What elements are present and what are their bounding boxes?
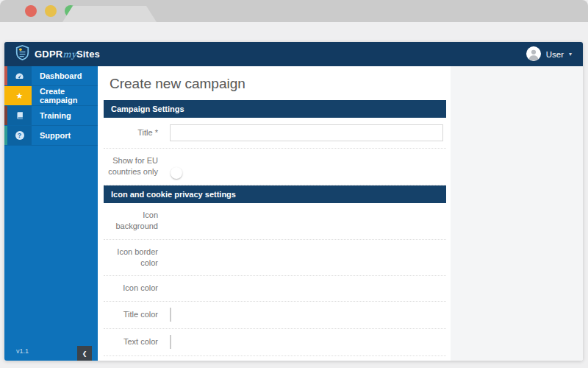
sidebar-item-create-campaign[interactable]: ★ Create campaign	[4, 86, 98, 106]
user-menu[interactable]: User ▾	[526, 46, 572, 63]
star-icon: ★	[7, 86, 32, 105]
title-input[interactable]	[170, 124, 443, 141]
close-window-icon[interactable]	[25, 5, 37, 17]
minimize-window-icon[interactable]	[45, 5, 57, 17]
avatar	[526, 46, 541, 63]
chevron-down-icon: ▾	[569, 51, 572, 57]
user-label: User	[546, 50, 564, 59]
sidebar-item-label: Dashboard	[32, 66, 98, 85]
color-row-label: Text color	[104, 336, 167, 347]
dashboard-icon	[7, 66, 32, 85]
eu-toggle-row: Show for EU countries only	[104, 149, 446, 185]
app-window: GDPRmySites User ▾	[4, 42, 583, 361]
color-row-icon-border-color: Icon border color	[104, 240, 446, 277]
sidebar: Dashboard ★ Create campaign Training	[4, 66, 98, 361]
eu-toggle-label: Show for EU countries only	[104, 155, 167, 178]
color-row-label: Title color	[104, 309, 167, 320]
color-row-icon-color: Icon color	[104, 276, 446, 301]
section-header-campaign-settings: Campaign Settings	[104, 100, 446, 118]
color-row-label: Icon border color	[104, 247, 167, 269]
app-body: Dashboard ★ Create campaign Training	[4, 66, 583, 361]
sidebar-item-dashboard[interactable]: Dashboard	[4, 66, 98, 86]
color-row-label: Icon background	[104, 210, 167, 233]
main-content: Create new campaign Campaign Settings Ti…	[98, 66, 583, 361]
title-field-label: Title *	[104, 127, 167, 138]
browser-tab[interactable]	[62, 6, 157, 22]
version-label: v1.1	[16, 347, 29, 355]
page-title: Create new campaign	[98, 66, 451, 100]
text-color-swatch[interactable]	[170, 335, 171, 349]
title-field-row: Title *	[104, 118, 446, 149]
sidebar-collapse-button[interactable]: ❮	[77, 346, 92, 361]
color-row-text-color: Text color	[104, 329, 446, 356]
question-icon: ?	[7, 126, 32, 145]
sidebar-item-support[interactable]: ? Support	[4, 126, 98, 146]
brand-logo[interactable]: GDPRmySites	[15, 45, 100, 63]
sidebar-item-label: Support	[32, 126, 98, 145]
form-panel: Create new campaign Campaign Settings Ti…	[98, 66, 451, 361]
color-row-icon-background: Icon background	[104, 203, 446, 240]
browser-chrome-bar	[0, 0, 588, 22]
brand-text: GDPRmySites	[35, 49, 100, 60]
chevron-left-icon: ❮	[82, 350, 87, 357]
color-row-title-color: Title color	[104, 302, 446, 329]
color-row-label: Icon color	[104, 283, 167, 294]
book-icon	[7, 106, 32, 125]
toggle-knob	[171, 167, 182, 179]
color-row-cookie-accept-button: Cookie policy accept button	[104, 356, 446, 361]
section-header-icon-cookie-settings: Icon and cookie privacy settings	[104, 185, 446, 203]
sidebar-item-training[interactable]: Training	[4, 106, 98, 126]
title-color-swatch[interactable]	[170, 308, 171, 322]
app-header: GDPRmySites User ▾	[4, 42, 583, 66]
sidebar-item-label: Create campaign	[32, 86, 98, 105]
shield-logo-icon	[15, 45, 29, 63]
sidebar-item-label: Training	[32, 106, 98, 125]
